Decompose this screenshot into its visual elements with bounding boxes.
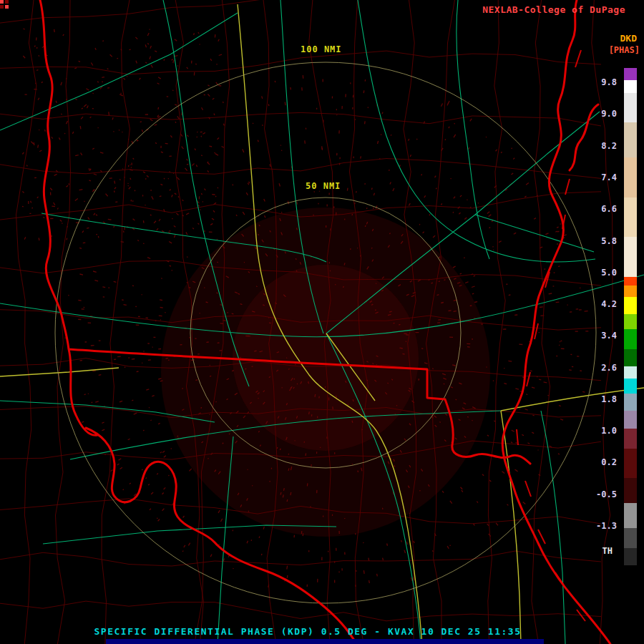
- colorbar-segment: [624, 197, 637, 238]
- colorbar-segment: [624, 277, 637, 286]
- range-ring-label-100nmi: 100 NMI: [301, 44, 342, 54]
- legend-tick-label: -1.3: [582, 521, 617, 531]
- legend-tick-label: 9.0: [582, 109, 617, 119]
- colorbar-segment: [624, 80, 637, 92]
- colorbar-segment: [624, 122, 637, 157]
- colorbar-segment: [624, 68, 637, 80]
- cod-logo-icon: [0, 0, 9, 9]
- product-code-label: DKD: [620, 33, 637, 44]
- legend-tick-label: 4.2: [582, 299, 617, 309]
- range-ring-label-50nmi: 50 NMI: [306, 181, 341, 191]
- legend-tick-label: 9.8: [582, 77, 617, 87]
- legend-tick-label: 3.4: [582, 331, 617, 341]
- radar-display: NEXLAB-College of DuPage DKD [PHAS] 9.89…: [0, 0, 644, 644]
- colorbar-segment: [624, 411, 637, 428]
- colorbar-segment: [624, 429, 637, 449]
- legend-tick-label: 7.4: [582, 172, 617, 182]
- legend-tick-label: 2.6: [582, 363, 617, 373]
- colorbar-segment: [624, 394, 637, 411]
- colorbar-segment: [624, 237, 637, 277]
- units-label: [PHAS]: [609, 45, 640, 55]
- colorbar-segment: [624, 528, 637, 548]
- colorbar-segment: [624, 349, 637, 366]
- colorbar-segment: [624, 297, 637, 314]
- colorbar-segment: [624, 93, 637, 123]
- legend-tick-label: 0.2: [582, 457, 617, 467]
- colorbar-segment: [624, 329, 637, 349]
- colorbar-segment: [624, 366, 637, 379]
- legend-tick-label: -0.5: [582, 489, 617, 499]
- legend-tick-label: 6.6: [582, 204, 617, 214]
- colorbar-segment: [624, 478, 637, 503]
- radar-map: [0, 0, 644, 644]
- colorbar-tick-labels: 9.89.08.27.46.65.85.04.23.42.61.81.00.2-…: [585, 68, 620, 565]
- colorbar-segment: [624, 286, 637, 296]
- colorbar-segment: [624, 157, 637, 197]
- legend-tick-label: 5.0: [582, 268, 617, 278]
- colorbar-segment: [624, 379, 637, 394]
- colorbar-segment: [624, 314, 637, 329]
- legend-tick-label: 1.8: [582, 394, 617, 404]
- colorbar-segment: [624, 503, 637, 528]
- brand-text: NEXLAB-College of DuPage: [482, 4, 625, 15]
- legend-tick-label: 8.2: [582, 141, 617, 151]
- bottom-highlight-strip: [106, 639, 544, 644]
- threshold-label: TH: [585, 546, 620, 556]
- legend-tick-label: 1.0: [582, 426, 617, 436]
- colorbar-segment: [624, 548, 637, 565]
- colorbar-segment: [624, 449, 637, 479]
- legend-tick-label: 5.8: [582, 236, 617, 246]
- colorbar: [624, 68, 637, 565]
- product-caption: SPECIFIC DIFFERENTIAL PHASE (KDP) 0.5 DE…: [0, 626, 615, 637]
